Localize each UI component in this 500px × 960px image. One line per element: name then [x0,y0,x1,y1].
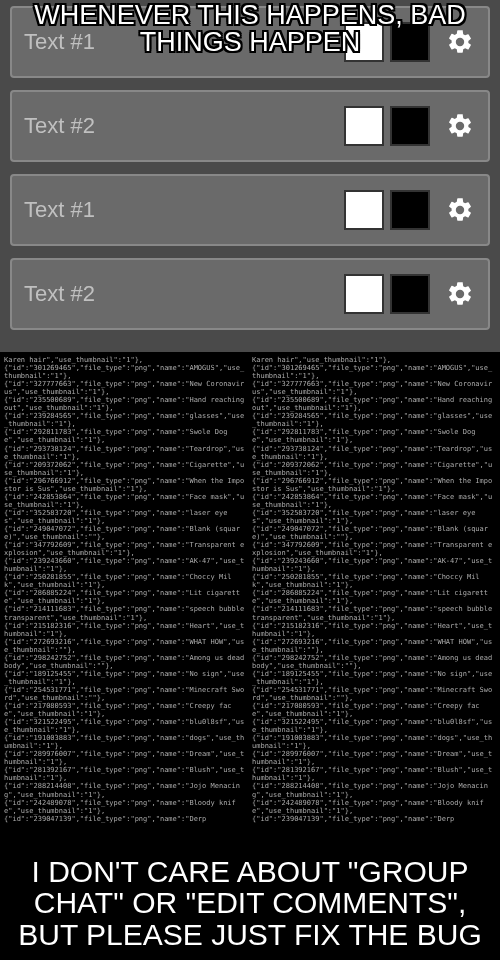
bg-color-swatch[interactable] [390,190,430,230]
json-column-right: Karen hair","use_thumbnail":"1"}, {"id":… [252,356,496,928]
text-input[interactable]: Text #2 [24,113,338,139]
text-input[interactable]: Text #2 [24,281,338,307]
fg-color-swatch[interactable] [344,274,384,314]
text-box-row: Text #1 [10,174,490,246]
text-box-list: Text #1 Text #2 Text #1 Text #2 [0,0,500,352]
gear-icon[interactable] [444,110,476,142]
bg-color-swatch[interactable] [390,274,430,314]
text-input[interactable]: Text #1 [24,29,338,55]
text-input[interactable]: Text #1 [24,197,338,223]
gear-icon[interactable] [444,26,476,58]
json-column-left: Karen hair","use_thumbnail":"1"}, {"id":… [4,356,248,928]
json-error-dump: Karen hair","use_thumbnail":"1"}, {"id":… [0,352,500,932]
bg-color-swatch[interactable] [390,22,430,62]
bg-color-swatch[interactable] [390,106,430,146]
text-box-row: Text #2 [10,90,490,162]
text-box-row: Text #1 [10,6,490,78]
fg-color-swatch[interactable] [344,106,384,146]
fg-color-swatch[interactable] [344,190,384,230]
gear-icon[interactable] [444,278,476,310]
text-box-row: Text #2 [10,258,490,330]
fg-color-swatch[interactable] [344,22,384,62]
gear-icon[interactable] [444,194,476,226]
